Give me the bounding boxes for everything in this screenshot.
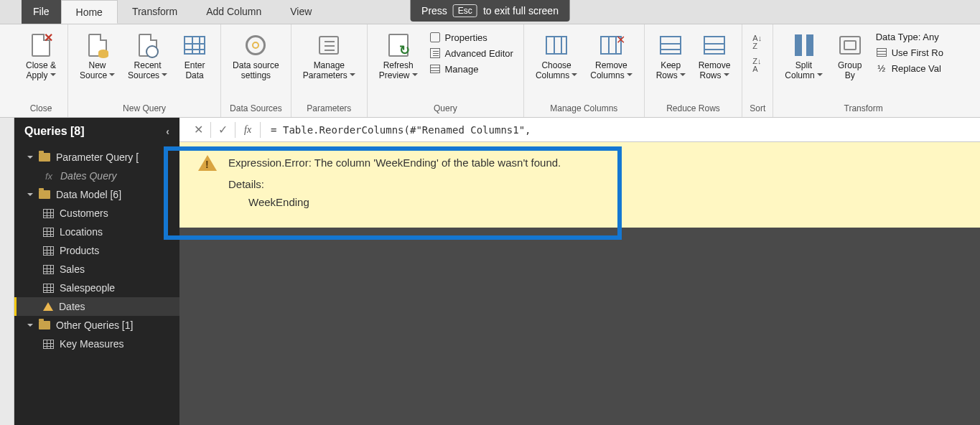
refresh-preview-button[interactable]: Refresh Preview bbox=[375, 30, 422, 84]
group-by-label: Group By bbox=[838, 60, 862, 81]
ribbon-group-data-sources: Data source settings Data Sources bbox=[221, 24, 291, 117]
main-area: ✕ ✓ fx = Table.ReorderColumns(#"Renamed … bbox=[179, 118, 980, 425]
query-key-measures[interactable]: Key Measures bbox=[14, 335, 179, 353]
tab-file[interactable]: File bbox=[22, 0, 61, 24]
enter-data-icon bbox=[182, 33, 207, 57]
split-column-button[interactable]: Split Column bbox=[780, 30, 826, 84]
collapse-pane-icon[interactable]: ‹ bbox=[166, 126, 169, 137]
split-column-label: Split Column bbox=[785, 60, 814, 80]
folder-icon bbox=[39, 321, 50, 330]
sort-desc-icon: Z↓A bbox=[752, 57, 761, 73]
folder-other-queries-label: Other Queries [1] bbox=[56, 319, 133, 331]
group-label-close: Close bbox=[22, 101, 60, 116]
query-dates-query[interactable]: fx Dates Query bbox=[14, 167, 179, 185]
refresh-preview-label: Refresh Preview bbox=[379, 60, 414, 80]
query-customers-label: Customers bbox=[60, 207, 108, 219]
close-apply-button[interactable]: Close & Apply bbox=[22, 30, 60, 84]
table-icon bbox=[43, 265, 54, 274]
data-source-settings-button[interactable]: Data source settings bbox=[228, 30, 284, 84]
keep-rows-button[interactable]: Keep Rows bbox=[652, 30, 690, 84]
use-first-row-button[interactable]: Use First Ro bbox=[873, 45, 946, 60]
folder-other-queries[interactable]: Other Queries [1] bbox=[14, 316, 179, 335]
query-locations-label: Locations bbox=[60, 226, 103, 238]
new-source-button[interactable]: New Source bbox=[75, 30, 119, 84]
replace-values-button[interactable]: ½ Replace Val bbox=[873, 61, 946, 75]
ribbon: Close & Apply Close New Source Recent So… bbox=[0, 24, 980, 118]
ribbon-group-new-query: New Source Recent Sources Enter Data New… bbox=[68, 24, 221, 117]
first-row-icon bbox=[876, 47, 887, 58]
sort-desc-button[interactable]: Z↓A bbox=[750, 56, 765, 75]
folder-parameter-query[interactable]: Parameter Query [ bbox=[14, 148, 179, 167]
group-by-button[interactable]: Group By bbox=[831, 30, 869, 84]
recent-sources-button[interactable]: Recent Sources bbox=[123, 30, 172, 84]
query-salespeople[interactable]: Salespeople bbox=[14, 279, 179, 297]
left-rail bbox=[0, 118, 14, 425]
queries-pane-header: Queries [8] ‹ bbox=[14, 118, 179, 145]
advanced-editor-label: Advanced Editor bbox=[445, 48, 513, 59]
enter-data-button[interactable]: Enter Data bbox=[176, 30, 213, 84]
folder-icon bbox=[39, 153, 50, 162]
tab-add-column[interactable]: Add Column bbox=[192, 0, 276, 24]
error-banner: Expression.Error: The column 'WeekEnding… bbox=[179, 142, 980, 228]
manage-parameters-label: Manage Parameters bbox=[303, 60, 347, 80]
error-message: Expression.Error: The column 'WeekEnding… bbox=[228, 154, 561, 172]
query-sales[interactable]: Sales bbox=[14, 260, 179, 279]
ribbon-group-sort: A↓Z Z↓A Sort bbox=[742, 24, 773, 117]
queries-title: Queries [8] bbox=[24, 125, 85, 138]
manage-query-button[interactable]: Manage bbox=[426, 62, 516, 76]
data-type-button[interactable]: Data Type: Any bbox=[873, 30, 946, 44]
query-dates[interactable]: Dates bbox=[14, 297, 179, 316]
tab-view[interactable]: View bbox=[276, 0, 326, 24]
folder-parameter-query-label: Parameter Query [ bbox=[56, 151, 139, 163]
remove-rows-button[interactable]: Remove Rows bbox=[694, 30, 735, 84]
manage-parameters-button[interactable]: Manage Parameters bbox=[299, 30, 360, 84]
folder-data-model-label: Data Model [6] bbox=[56, 189, 121, 200]
ribbon-group-query: Refresh Preview Properties Advanced Edit… bbox=[368, 24, 524, 117]
data-source-settings-label: Data source settings bbox=[233, 60, 279, 81]
query-customers[interactable]: Customers bbox=[14, 204, 179, 223]
remove-columns-button[interactable]: Remove Columns bbox=[586, 30, 636, 84]
ribbon-group-parameters: Manage Parameters Parameters bbox=[291, 24, 368, 117]
group-label-transform: Transform bbox=[780, 101, 946, 116]
parameters-icon bbox=[317, 33, 341, 57]
properties-icon bbox=[429, 32, 441, 43]
twisty-icon bbox=[27, 156, 33, 162]
split-column-icon bbox=[792, 33, 816, 57]
refresh-icon bbox=[386, 33, 411, 57]
warning-icon bbox=[198, 155, 217, 171]
query-products-label: Products bbox=[60, 245, 99, 256]
table-icon bbox=[43, 246, 54, 256]
keep-rows-label: Keep Rows bbox=[656, 60, 681, 80]
query-locations[interactable]: Locations bbox=[14, 223, 179, 241]
query-dates-label: Dates bbox=[59, 301, 85, 312]
error-details-label: Details: bbox=[228, 175, 561, 194]
formula-accept-button[interactable]: ✓ bbox=[211, 123, 235, 136]
manage-icon bbox=[429, 63, 441, 75]
fx-icon: fx bbox=[43, 171, 55, 182]
keep-rows-icon bbox=[658, 33, 683, 57]
formula-expression[interactable]: = Table.ReorderColumns(#"Renamed Columns… bbox=[261, 124, 531, 136]
fx-icon[interactable]: fx bbox=[235, 124, 260, 136]
close-apply-icon bbox=[29, 33, 53, 57]
advanced-editor-button[interactable]: Advanced Editor bbox=[426, 46, 516, 60]
sort-asc-button[interactable]: A↓Z bbox=[750, 33, 765, 52]
properties-button[interactable]: Properties bbox=[426, 30, 516, 45]
query-key-measures-label: Key Measures bbox=[60, 338, 123, 350]
advanced-editor-icon bbox=[429, 47, 441, 59]
tab-home[interactable]: Home bbox=[61, 0, 118, 24]
group-by-icon bbox=[838, 33, 862, 57]
query-products[interactable]: Products bbox=[14, 241, 179, 260]
choose-columns-button[interactable]: Choose Columns bbox=[531, 30, 582, 84]
replace-values-icon: ½ bbox=[876, 62, 887, 74]
query-sales-label: Sales bbox=[60, 263, 85, 275]
properties-label: Properties bbox=[445, 32, 487, 43]
tab-transform[interactable]: Transform bbox=[118, 0, 192, 24]
choose-columns-label: Choose Columns bbox=[536, 60, 571, 80]
manage-label: Manage bbox=[445, 64, 479, 75]
folder-data-model[interactable]: Data Model [6] bbox=[14, 185, 179, 204]
group-label-sort: Sort bbox=[750, 101, 765, 116]
warning-icon bbox=[43, 302, 53, 311]
body: Queries [8] ‹ Parameter Query [ fx Dates… bbox=[0, 118, 980, 425]
queries-tree: Parameter Query [ fx Dates Query Data Mo… bbox=[14, 145, 179, 362]
formula-cancel-button[interactable]: ✕ bbox=[187, 123, 210, 136]
